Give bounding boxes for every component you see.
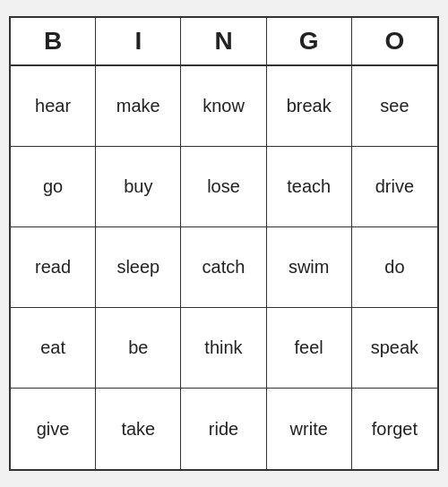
bingo-cell-r0-c4: see (352, 66, 437, 147)
bingo-cell-r2-c1: sleep (96, 227, 181, 308)
bingo-cell-r2-c2: catch (181, 227, 266, 308)
bingo-cell-r4-c0: give (11, 389, 96, 469)
bingo-cell-r2-c0: read (11, 227, 96, 308)
bingo-cell-r0-c1: make (96, 66, 181, 147)
bingo-cell-r1-c3: teach (267, 147, 352, 227)
bingo-cell-r4-c3: write (267, 389, 352, 469)
bingo-cell-r1-c2: lose (181, 147, 266, 227)
bingo-card: BINGO hearmakeknowbreakseegobuyloseteach… (9, 16, 439, 471)
bingo-cell-r3-c1: be (96, 308, 181, 389)
bingo-header: BINGO (11, 18, 437, 66)
bingo-cell-r2-c3: swim (267, 227, 352, 308)
bingo-cell-r0-c0: hear (11, 66, 96, 147)
header-letter: B (11, 18, 96, 64)
bingo-cell-r0-c3: break (267, 66, 352, 147)
header-letter: O (352, 18, 437, 64)
bingo-cell-r3-c4: speak (352, 308, 437, 389)
bingo-cell-r3-c2: think (181, 308, 266, 389)
bingo-cell-r3-c3: feel (267, 308, 352, 389)
bingo-cell-r4-c2: ride (181, 389, 266, 469)
header-letter: N (181, 18, 266, 64)
bingo-cell-r4-c4: forget (352, 389, 437, 469)
bingo-cell-r1-c0: go (11, 147, 96, 227)
bingo-cell-r2-c4: do (352, 227, 437, 308)
bingo-cell-r0-c2: know (181, 66, 266, 147)
header-letter: G (267, 18, 352, 64)
header-letter: I (96, 18, 181, 64)
bingo-cell-r4-c1: take (96, 389, 181, 469)
bingo-cell-r3-c0: eat (11, 308, 96, 389)
bingo-cell-r1-c1: buy (96, 147, 181, 227)
bingo-grid: hearmakeknowbreakseegobuyloseteachdriver… (11, 66, 437, 469)
bingo-cell-r1-c4: drive (352, 147, 437, 227)
